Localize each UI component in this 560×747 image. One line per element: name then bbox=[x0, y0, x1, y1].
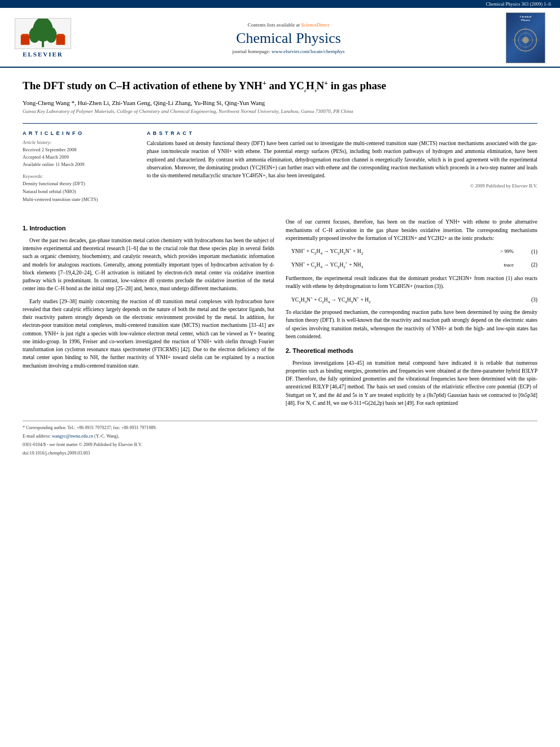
journal-title: Chemical Physics bbox=[82, 30, 495, 47]
svg-point-4 bbox=[46, 27, 57, 42]
intro-para1: Over the past two decades, gas-phase tra… bbox=[23, 237, 274, 293]
keywords-label: Keywords: bbox=[23, 173, 135, 179]
abstract-text: Calculations based on density functional… bbox=[147, 139, 537, 180]
sciencedirect-link[interactable]: ScienceDirect bbox=[301, 22, 329, 28]
footnote-star: * Corresponding author. Tel.: +86 0931 7… bbox=[23, 425, 537, 431]
right-para3: To elucidate the proposed mechanism, the… bbox=[286, 308, 537, 340]
svg-point-3 bbox=[29, 27, 41, 42]
body-columns: 1. Introduction Over the past two decade… bbox=[23, 218, 537, 412]
article-divider bbox=[23, 123, 537, 124]
reaction3-block: YC2H3N+ + C2H4 → YC4H5N+ + H2 (3) bbox=[291, 295, 537, 305]
right-para4: Previous investigations [43–45] on trans… bbox=[286, 359, 537, 408]
keyword-list: Density functional theory (DFT) Natural … bbox=[23, 180, 135, 203]
footnote-email-link[interactable]: wangyc@nwnu.edu.cn bbox=[52, 434, 93, 439]
available-date: Available online 11 March 2009 bbox=[23, 161, 135, 168]
right-para2: Furthermore, the experimental result ind… bbox=[286, 274, 537, 291]
body-left-col: 1. Introduction Over the past two decade… bbox=[23, 218, 274, 412]
reaction3-text: YC2H3N+ + C2H4 → YC4H5N+ + H2 bbox=[291, 295, 520, 305]
elsevier-image bbox=[15, 18, 71, 49]
article-info-col: A R T I C L E I N F O Article history: R… bbox=[23, 130, 135, 209]
journal-citation: Chemical Physics 363 (2009) 1–6 bbox=[486, 1, 551, 7]
reaction1-num: (1) bbox=[520, 248, 537, 256]
intro-para2: Early studies [29–38] mainly concerning … bbox=[23, 298, 274, 370]
keyword-3: Multi-centered transition state (MCTS) bbox=[23, 196, 135, 204]
article-meta-section: A R T I C L E I N F O Article history: R… bbox=[23, 130, 537, 209]
intro-heading: 1. Introduction bbox=[23, 224, 274, 233]
footnote-email: E-mail address: wangyc@nwnu.edu.cn (Y.-C… bbox=[23, 433, 537, 440]
right-para1: One of our current focuses, therefore, h… bbox=[286, 218, 537, 242]
reaction-1: YNH+ + C2H4 → YC2H3N+ + H2 > 99% (1) bbox=[291, 247, 537, 257]
article-authors: Yong-Cheng Wang *, Hui-Zhen Li, Zhi-Yuan… bbox=[23, 99, 537, 106]
homepage-url[interactable]: www.elsevier.com/locate/chemphys bbox=[272, 49, 344, 54]
reaction1-yield: > 99% bbox=[500, 248, 514, 256]
article-info-label: A R T I C L E I N F O bbox=[23, 130, 135, 136]
svg-rect-7 bbox=[56, 35, 65, 45]
reaction1-text: YNH+ + C2H4 → YC2H3N+ + H2 bbox=[291, 247, 493, 257]
abstract-label: A B S T R A C T bbox=[147, 130, 537, 136]
top-bar: Chemical Physics 363 (2009) 1–6 bbox=[0, 0, 560, 8]
svg-rect-5 bbox=[21, 35, 30, 45]
article-history: Article history: Received 2 September 20… bbox=[23, 139, 135, 168]
page: Chemical Physics 363 (2009) 1–6 bbox=[0, 0, 560, 747]
svg-rect-6 bbox=[22, 34, 29, 36]
journal-header: ELSEVIER Contents lists available at Sci… bbox=[0, 8, 560, 68]
accepted-date: Accepted 4 March 2009 bbox=[23, 154, 135, 161]
reaction2-num: (2) bbox=[520, 261, 537, 269]
journal-homepage: journal homepage: www.elsevier.com/locat… bbox=[82, 49, 495, 54]
journal-title-area: Contents lists available at ScienceDirec… bbox=[77, 22, 500, 54]
journal-cover-area: ChemicalPhysics bbox=[500, 12, 551, 63]
svg-rect-8 bbox=[57, 34, 64, 36]
methods-heading: 2. Theoretical methods bbox=[286, 346, 537, 356]
footnote-doi: doi:10.1016/j.chemphys.2009.03.003 bbox=[23, 450, 537, 457]
article-keywords: Keywords: Density functional theory (DFT… bbox=[23, 173, 135, 203]
cover-title: ChemicalPhysics bbox=[520, 15, 531, 22]
reaction2-yield: trace bbox=[504, 261, 514, 269]
article-content: The DFT study on C–H activation of ethen… bbox=[0, 68, 560, 470]
history-label: Article history: bbox=[23, 139, 135, 145]
article-affiliation: Gansu Key Laboratory of Polymer Material… bbox=[23, 108, 537, 114]
abstract-col: A B S T R A C T Calculations based on de… bbox=[147, 130, 537, 209]
footnote-area: * Corresponding author. Tel.: +86 0931 7… bbox=[23, 421, 537, 457]
reaction-3: YC2H3N+ + C2H4 → YC4H5N+ + H2 (3) bbox=[291, 295, 537, 305]
article-title: The DFT study on C–H activation of ethen… bbox=[23, 79, 537, 94]
footnote-issn: 0301-0104/$ - see front matter © 2009 Pu… bbox=[23, 442, 537, 448]
reaction2-text: YNH+ + C2H4 → YC2H2+ + NH3 bbox=[291, 260, 497, 270]
received-date: Received 2 September 2008 bbox=[23, 146, 135, 154]
reactions-block: YNH+ + C2H4 → YC2H3N+ + H2 > 99% (1) YNH… bbox=[291, 247, 537, 270]
keyword-1: Density functional theory (DFT) bbox=[23, 180, 135, 188]
copyright: © 2009 Published by Elsevier B.V. bbox=[147, 183, 537, 189]
sciencedirect-line: Contents lists available at ScienceDirec… bbox=[82, 22, 495, 28]
elsevier-logo-area: ELSEVIER bbox=[9, 18, 77, 58]
reaction-2: YNH+ + C2H4 → YC2H2+ + NH3 trace (2) bbox=[291, 260, 537, 270]
body-right-col: One of our current focuses, therefore, h… bbox=[286, 218, 537, 412]
keyword-2: Natural bond orbital (NBO) bbox=[23, 188, 135, 196]
elsevier-label: ELSEVIER bbox=[23, 51, 63, 58]
journal-cover: ChemicalPhysics bbox=[506, 12, 545, 63]
elsevier-logo: ELSEVIER bbox=[9, 18, 77, 58]
reaction3-num: (3) bbox=[520, 296, 537, 304]
